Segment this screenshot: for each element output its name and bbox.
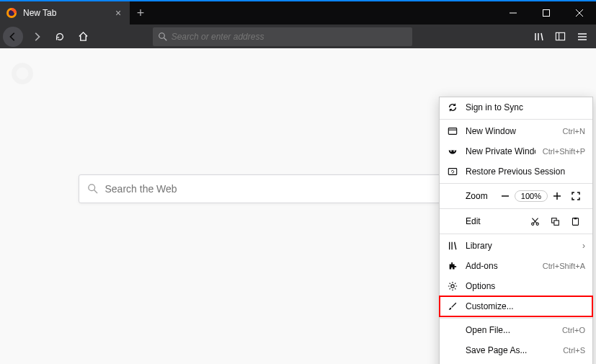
svg-rect-24 bbox=[448, 169, 456, 175]
svg-line-7 bbox=[164, 37, 166, 40]
menu-label: Open File... bbox=[466, 325, 555, 335]
menu-label: New Private Window bbox=[466, 146, 535, 156]
menu-label: Library bbox=[466, 241, 575, 251]
svg-rect-3 bbox=[543, 10, 550, 17]
navbar bbox=[0, 25, 596, 48]
mask-icon bbox=[447, 146, 458, 157]
menu-label: Sign in to Sync bbox=[466, 102, 585, 112]
forward-button[interactable] bbox=[26, 27, 48, 47]
svg-line-38 bbox=[455, 242, 456, 250]
menu-signin[interactable]: Sign in to Sync bbox=[440, 97, 592, 117]
svg-point-23 bbox=[453, 151, 455, 152]
svg-rect-11 bbox=[556, 32, 565, 40]
window-close-button[interactable] bbox=[563, 1, 596, 25]
sidebar-button[interactable] bbox=[550, 27, 571, 47]
browser-tab[interactable]: New Tab × bbox=[0, 1, 130, 25]
edit-label: Edit bbox=[447, 216, 525, 226]
window-maximize-button[interactable] bbox=[530, 1, 563, 25]
svg-rect-33 bbox=[553, 220, 559, 225]
svg-line-19 bbox=[94, 190, 97, 193]
zoom-value[interactable]: 100% bbox=[515, 190, 548, 202]
menu-label: Save Page As... bbox=[466, 345, 556, 355]
zoom-in-button[interactable] bbox=[548, 188, 566, 204]
titlebar: New Tab × + bbox=[0, 0, 596, 25]
reload-button[interactable] bbox=[49, 27, 71, 47]
hamburger-menu-button[interactable] bbox=[571, 27, 593, 47]
svg-point-17 bbox=[17, 68, 29, 80]
svg-rect-20 bbox=[448, 128, 456, 135]
new-tab-button[interactable]: + bbox=[130, 1, 151, 25]
menu-label: Options bbox=[466, 281, 585, 291]
page-content: Sign in to Sync New Window Ctrl+N New Pr… bbox=[0, 48, 596, 364]
menu-edit-row: Edit bbox=[440, 210, 592, 232]
menu-private-window[interactable]: New Private Window Ctrl+Shift+P bbox=[440, 141, 592, 161]
zoom-label: Zoom bbox=[447, 191, 496, 201]
menu-shortcut: Ctrl+Shift+A bbox=[543, 262, 585, 270]
menu-customize[interactable]: Customize... bbox=[440, 296, 592, 316]
menu-label: Customize... bbox=[466, 301, 585, 311]
window-icon bbox=[447, 125, 458, 137]
fullscreen-button[interactable] bbox=[566, 188, 585, 204]
svg-rect-35 bbox=[574, 217, 576, 218]
cut-button[interactable] bbox=[525, 213, 545, 229]
menu-shortcut: Ctrl+O bbox=[562, 326, 585, 334]
chevron-right-icon: › bbox=[582, 241, 585, 251]
menu-addons[interactable]: Add-ons Ctrl+Shift+A bbox=[440, 256, 592, 276]
svg-point-22 bbox=[450, 151, 452, 152]
firefox-watermark-icon bbox=[10, 61, 35, 86]
menu-label: New Window bbox=[466, 126, 556, 136]
puzzle-icon bbox=[447, 260, 458, 272]
menu-library[interactable]: Library › bbox=[440, 236, 592, 256]
svg-point-6 bbox=[159, 32, 164, 38]
zoom-out-button[interactable] bbox=[496, 188, 515, 204]
copy-button[interactable] bbox=[545, 213, 565, 229]
menu-open-file[interactable]: Open File... Ctrl+O bbox=[440, 320, 592, 340]
window-minimize-button[interactable] bbox=[497, 1, 530, 25]
menu-label: Add-ons bbox=[466, 261, 535, 271]
firefox-favicon bbox=[6, 7, 17, 19]
svg-point-18 bbox=[88, 185, 94, 191]
menu-print[interactable]: Print... bbox=[440, 360, 592, 364]
paintbrush-icon bbox=[447, 301, 458, 312]
menu-shortcut: Ctrl+S bbox=[563, 346, 585, 355]
menu-label: Restore Previous Session bbox=[466, 167, 585, 177]
tab-close-button[interactable]: × bbox=[112, 7, 124, 19]
app-menu: Sign in to Sync New Window Ctrl+N New Pr… bbox=[439, 97, 593, 364]
menu-zoom-row: Zoom 100% bbox=[440, 185, 592, 207]
url-bar[interactable] bbox=[153, 27, 412, 46]
search-icon bbox=[88, 184, 98, 194]
tab-title: New Tab bbox=[23, 8, 107, 18]
menu-options[interactable]: Options bbox=[440, 276, 592, 296]
sync-icon bbox=[447, 102, 458, 113]
svg-line-10 bbox=[541, 33, 543, 40]
library-icon bbox=[447, 240, 458, 252]
menu-new-window[interactable]: New Window Ctrl+N bbox=[440, 121, 592, 141]
menu-restore-session[interactable]: Restore Previous Session bbox=[440, 161, 592, 182]
library-button[interactable] bbox=[528, 27, 550, 47]
svg-point-39 bbox=[451, 285, 454, 288]
menu-shortcut: Ctrl+Shift+P bbox=[543, 147, 585, 156]
gear-icon bbox=[447, 280, 458, 292]
paste-button[interactable] bbox=[565, 213, 585, 229]
url-input[interactable] bbox=[172, 32, 406, 42]
search-icon bbox=[159, 32, 167, 41]
home-button[interactable] bbox=[72, 27, 94, 47]
menu-save-as[interactable]: Save Page As... Ctrl+S bbox=[440, 340, 592, 360]
restore-icon bbox=[447, 166, 458, 177]
menu-shortcut: Ctrl+N bbox=[563, 127, 585, 136]
back-button[interactable] bbox=[3, 27, 23, 47]
